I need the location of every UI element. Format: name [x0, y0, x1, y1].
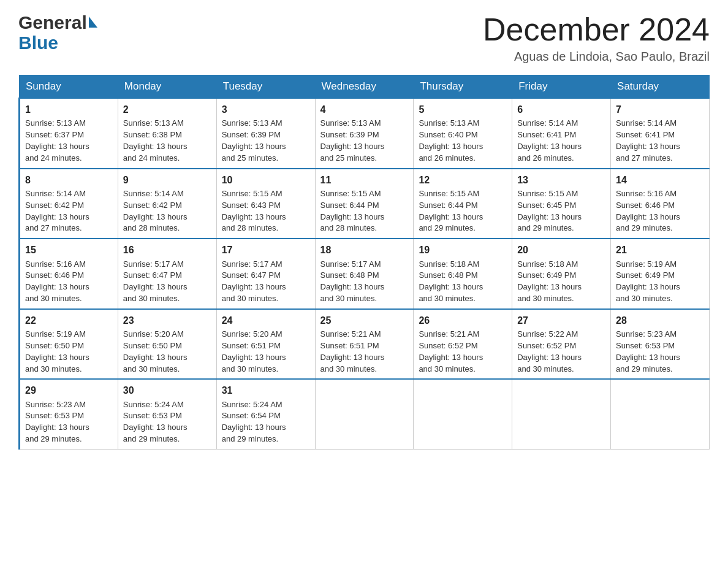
- day-number: 10: [222, 173, 310, 187]
- day-info: Sunrise: 5:24 AMSunset: 6:53 PMDaylight:…: [123, 400, 188, 444]
- calendar-cell: 30 Sunrise: 5:24 AMSunset: 6:53 PMDaylig…: [118, 379, 216, 449]
- day-number: 18: [320, 243, 409, 257]
- day-info: Sunrise: 5:14 AMSunset: 6:41 PMDaylight:…: [616, 118, 680, 163]
- day-info: Sunrise: 5:21 AMSunset: 6:52 PMDaylight:…: [419, 329, 483, 373]
- calendar-cell: 13 Sunrise: 5:15 AMSunset: 6:45 PMDaylig…: [512, 169, 611, 239]
- day-number: 3: [222, 102, 310, 117]
- calendar-week-row: 22 Sunrise: 5:19 AMSunset: 6:50 PMDaylig…: [20, 309, 710, 380]
- day-number: 31: [222, 383, 310, 397]
- day-info: Sunrise: 5:15 AMSunset: 6:44 PMDaylight:…: [419, 189, 483, 233]
- calendar-cell: 21 Sunrise: 5:19 AMSunset: 6:49 PMDaylig…: [611, 239, 710, 309]
- day-info: Sunrise: 5:13 AMSunset: 6:37 PMDaylight:…: [25, 118, 89, 163]
- day-info: Sunrise: 5:21 AMSunset: 6:51 PMDaylight:…: [320, 329, 385, 373]
- calendar-cell: 11 Sunrise: 5:15 AMSunset: 6:44 PMDaylig…: [315, 169, 414, 239]
- calendar-week-row: 1 Sunrise: 5:13 AMSunset: 6:37 PMDayligh…: [20, 98, 710, 169]
- calendar-cell: 3 Sunrise: 5:13 AMSunset: 6:39 PMDayligh…: [216, 98, 315, 169]
- day-info: Sunrise: 5:17 AMSunset: 6:47 PMDaylight:…: [222, 259, 286, 304]
- col-header-tuesday: Tuesday: [216, 75, 315, 99]
- calendar-cell: [315, 379, 414, 449]
- calendar-cell: 16 Sunrise: 5:17 AMSunset: 6:47 PMDaylig…: [118, 239, 216, 309]
- day-info: Sunrise: 5:17 AMSunset: 6:47 PMDaylight:…: [123, 259, 188, 304]
- day-number: 7: [616, 102, 704, 117]
- day-number: 27: [517, 313, 605, 327]
- day-number: 9: [123, 173, 211, 187]
- day-number: 8: [25, 173, 113, 187]
- calendar-cell: 23 Sunrise: 5:20 AMSunset: 6:50 PMDaylig…: [118, 309, 216, 380]
- day-number: 11: [320, 173, 409, 187]
- day-info: Sunrise: 5:15 AMSunset: 6:43 PMDaylight:…: [222, 189, 286, 233]
- day-number: 4: [320, 102, 409, 117]
- calendar-cell: 22 Sunrise: 5:19 AMSunset: 6:50 PMDaylig…: [20, 309, 118, 380]
- day-info: Sunrise: 5:22 AMSunset: 6:52 PMDaylight:…: [517, 329, 582, 373]
- day-info: Sunrise: 5:18 AMSunset: 6:49 PMDaylight:…: [517, 259, 582, 304]
- day-number: 16: [123, 243, 211, 257]
- calendar-cell: [611, 379, 710, 449]
- day-number: 15: [25, 243, 113, 257]
- day-info: Sunrise: 5:23 AMSunset: 6:53 PMDaylight:…: [25, 400, 89, 444]
- calendar-table: SundayMondayTuesdayWednesdayThursdayFrid…: [18, 75, 710, 450]
- day-info: Sunrise: 5:20 AMSunset: 6:51 PMDaylight:…: [222, 329, 286, 373]
- col-header-sunday: Sunday: [20, 75, 118, 99]
- logo-blue-text: Blue: [18, 33, 58, 53]
- day-number: 2: [123, 102, 211, 117]
- logo-general-text: General: [18, 12, 87, 33]
- month-title: December 2024: [483, 12, 710, 47]
- day-info: Sunrise: 5:16 AMSunset: 6:46 PMDaylight:…: [616, 189, 680, 233]
- calendar-cell: 7 Sunrise: 5:14 AMSunset: 6:41 PMDayligh…: [611, 98, 710, 169]
- calendar-cell: 5 Sunrise: 5:13 AMSunset: 6:40 PMDayligh…: [414, 98, 512, 169]
- col-header-wednesday: Wednesday: [315, 75, 414, 99]
- day-info: Sunrise: 5:13 AMSunset: 6:39 PMDaylight:…: [222, 118, 286, 163]
- calendar-cell: 29 Sunrise: 5:23 AMSunset: 6:53 PMDaylig…: [20, 379, 118, 449]
- day-info: Sunrise: 5:20 AMSunset: 6:50 PMDaylight:…: [123, 329, 188, 373]
- day-info: Sunrise: 5:23 AMSunset: 6:53 PMDaylight:…: [616, 329, 680, 373]
- day-info: Sunrise: 5:18 AMSunset: 6:48 PMDaylight:…: [419, 259, 483, 304]
- day-number: 14: [616, 173, 704, 187]
- calendar-cell: 18 Sunrise: 5:17 AMSunset: 6:48 PMDaylig…: [315, 239, 414, 309]
- day-number: 25: [320, 313, 409, 327]
- calendar-week-row: 29 Sunrise: 5:23 AMSunset: 6:53 PMDaylig…: [20, 379, 710, 449]
- day-info: Sunrise: 5:13 AMSunset: 6:38 PMDaylight:…: [123, 118, 188, 163]
- calendar-cell: 17 Sunrise: 5:17 AMSunset: 6:47 PMDaylig…: [216, 239, 315, 309]
- day-number: 19: [419, 243, 507, 257]
- day-number: 28: [616, 313, 704, 327]
- day-info: Sunrise: 5:14 AMSunset: 6:42 PMDaylight:…: [25, 189, 89, 233]
- calendar-cell: 2 Sunrise: 5:13 AMSunset: 6:38 PMDayligh…: [118, 98, 216, 169]
- calendar-cell: 6 Sunrise: 5:14 AMSunset: 6:41 PMDayligh…: [512, 98, 611, 169]
- day-number: 29: [25, 383, 113, 397]
- day-number: 20: [517, 243, 605, 257]
- day-number: 26: [419, 313, 507, 327]
- calendar-cell: 28 Sunrise: 5:23 AMSunset: 6:53 PMDaylig…: [611, 309, 710, 380]
- day-info: Sunrise: 5:14 AMSunset: 6:41 PMDaylight:…: [517, 118, 582, 163]
- day-info: Sunrise: 5:16 AMSunset: 6:46 PMDaylight:…: [25, 259, 89, 304]
- location-subtitle: Aguas de Lindoia, Sao Paulo, Brazil: [483, 50, 710, 64]
- calendar-cell: 20 Sunrise: 5:18 AMSunset: 6:49 PMDaylig…: [512, 239, 611, 309]
- day-number: 6: [517, 102, 605, 117]
- calendar-cell: 12 Sunrise: 5:15 AMSunset: 6:44 PMDaylig…: [414, 169, 512, 239]
- calendar-cell: 25 Sunrise: 5:21 AMSunset: 6:51 PMDaylig…: [315, 309, 414, 380]
- col-header-saturday: Saturday: [611, 75, 710, 99]
- day-info: Sunrise: 5:19 AMSunset: 6:49 PMDaylight:…: [616, 259, 680, 304]
- title-area: December 2024 Aguas de Lindoia, Sao Paul…: [483, 12, 710, 64]
- calendar-cell: 4 Sunrise: 5:13 AMSunset: 6:39 PMDayligh…: [315, 98, 414, 169]
- day-info: Sunrise: 5:13 AMSunset: 6:40 PMDaylight:…: [419, 118, 483, 163]
- calendar-cell: 24 Sunrise: 5:20 AMSunset: 6:51 PMDaylig…: [216, 309, 315, 380]
- page-header: General Blue December 2024 Aguas de Lind…: [18, 12, 710, 64]
- calendar-cell: [512, 379, 611, 449]
- day-info: Sunrise: 5:15 AMSunset: 6:44 PMDaylight:…: [320, 189, 385, 233]
- calendar-header-row: SundayMondayTuesdayWednesdayThursdayFrid…: [20, 75, 710, 99]
- calendar-week-row: 8 Sunrise: 5:14 AMSunset: 6:42 PMDayligh…: [20, 169, 710, 239]
- day-info: Sunrise: 5:17 AMSunset: 6:48 PMDaylight:…: [320, 259, 385, 304]
- calendar-cell: 15 Sunrise: 5:16 AMSunset: 6:46 PMDaylig…: [20, 239, 118, 309]
- day-number: 1: [25, 102, 113, 117]
- calendar-cell: [414, 379, 512, 449]
- calendar-week-row: 15 Sunrise: 5:16 AMSunset: 6:46 PMDaylig…: [20, 239, 710, 309]
- day-number: 17: [222, 243, 310, 257]
- calendar-cell: 31 Sunrise: 5:24 AMSunset: 6:54 PMDaylig…: [216, 379, 315, 449]
- calendar-cell: 14 Sunrise: 5:16 AMSunset: 6:46 PMDaylig…: [611, 169, 710, 239]
- logo: General Blue: [18, 12, 97, 53]
- day-number: 23: [123, 313, 211, 327]
- day-info: Sunrise: 5:15 AMSunset: 6:45 PMDaylight:…: [517, 189, 582, 233]
- col-header-friday: Friday: [512, 75, 611, 99]
- calendar-cell: 9 Sunrise: 5:14 AMSunset: 6:42 PMDayligh…: [118, 169, 216, 239]
- day-number: 22: [25, 313, 113, 327]
